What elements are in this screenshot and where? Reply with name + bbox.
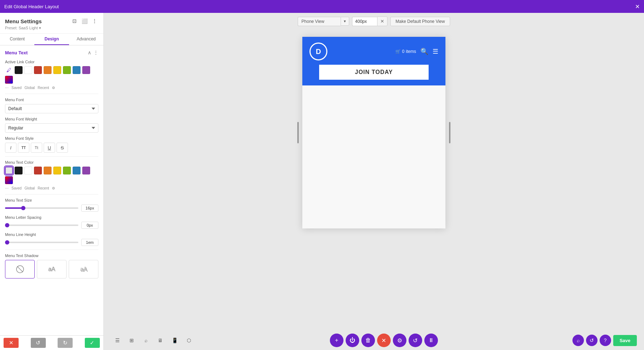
cbt-power-button[interactable]: ⏻ (346, 334, 359, 347)
menu-color-swatch-yellow[interactable] (53, 167, 61, 174)
menu-color-dots[interactable]: ··· (5, 186, 9, 191)
section-options-icon[interactable]: ⋮ (93, 50, 98, 55)
tab-advanced[interactable]: Advanced (69, 34, 103, 45)
panel-subtitle[interactable]: Preset: SaaS Light ▾ (5, 26, 98, 30)
menu-color-gear-icon[interactable]: ⚙ (52, 186, 55, 190)
cbt-tablet-btn[interactable]: 📱 (168, 335, 181, 346)
cbt-settings-button[interactable]: ⚙ (393, 334, 406, 347)
save-button[interactable]: Save (613, 335, 637, 346)
menu-letter-spacing-input[interactable]: 0px (81, 222, 98, 229)
view-select-label[interactable]: Phone View (298, 17, 341, 26)
menu-color-swatch-green[interactable] (63, 167, 71, 174)
menu-color-saved[interactable]: Saved (11, 186, 21, 190)
view-width-close-button[interactable]: ✕ (377, 16, 387, 26)
cbt-shape-btn[interactable]: ⬡ (182, 335, 195, 346)
view-bar: Phone View ▾ 400px ✕ Make Default Phone … (104, 13, 644, 30)
menu-color-swatch-orange[interactable] (44, 167, 52, 174)
color-recent[interactable]: Recent (38, 86, 49, 90)
panel-responsive-icon[interactable]: ⊡ (70, 17, 78, 25)
color-swatch-red[interactable] (34, 66, 42, 74)
cbt-list-btn[interactable]: ☰ (111, 335, 124, 346)
menu-color-swatch-purple[interactable] (82, 167, 90, 174)
cbt-search-right-button[interactable]: ⌕ (572, 335, 584, 346)
cbt-delete-button[interactable]: 🗑 (361, 334, 375, 347)
menu-text-size-input[interactable]: 16px (81, 204, 98, 212)
font-style-titlecase[interactable]: Tt (31, 143, 42, 153)
font-style-underline[interactable]: U (44, 143, 55, 153)
preview-join-button[interactable]: JOIN TODAY (319, 65, 429, 80)
make-default-button[interactable]: Make Default Phone View (390, 17, 450, 26)
shadow-hard[interactable]: aA (69, 260, 98, 278)
color-saved[interactable]: Saved (11, 86, 21, 90)
menu-line-height-track[interactable] (5, 242, 78, 243)
cart-label: items (406, 49, 416, 54)
menu-line-height-input[interactable]: 1em (81, 239, 98, 246)
menu-color-swatch-black[interactable] (15, 167, 23, 174)
menu-color-swatch-white[interactable] (24, 167, 32, 174)
cbt-desktop-btn[interactable]: 🖥 (154, 335, 167, 346)
cbt-refresh-button[interactable]: ↺ (586, 335, 597, 346)
color-eyedropper[interactable]: 🖊 (5, 66, 13, 74)
cancel-button[interactable]: ✕ (4, 338, 19, 348)
cbt-grid-btn[interactable]: ⊞ (125, 335, 138, 346)
section-header-icons: ∧ ⋮ (88, 50, 98, 55)
confirm-button[interactable]: ✓ (85, 338, 100, 348)
menu-text-size-track[interactable] (5, 207, 78, 209)
color-swatch-custom[interactable] (5, 76, 13, 84)
preview-menu-icon[interactable]: ☰ (433, 48, 438, 55)
preview-search-icon[interactable]: 🔍 (420, 48, 428, 55)
color-swatch-black[interactable] (15, 66, 23, 74)
color-gear-icon[interactable]: ⚙ (52, 86, 55, 90)
resize-handle-right[interactable] (449, 122, 450, 143)
menu-color-swatch-selected[interactable] (5, 167, 13, 174)
preview-nav: 🛒 0 items 🔍 ☰ (395, 48, 438, 55)
title-bar-close-button[interactable]: ✕ (635, 3, 640, 10)
color-swatch-blue[interactable] (73, 66, 80, 74)
color-swatch-purple[interactable] (82, 66, 90, 74)
menu-color-recent[interactable]: Recent (38, 186, 49, 190)
menu-line-height-thumb[interactable] (5, 240, 9, 245)
panel-menu-icon[interactable]: ⋮ (91, 17, 98, 25)
panel-header-icons: ⊡ ⬜ ⋮ (70, 17, 98, 25)
color-dots[interactable]: ··· (5, 85, 9, 90)
shadow-options-grid: aA aA (5, 260, 98, 278)
cbt-help-button[interactable]: ? (600, 335, 611, 346)
active-link-color-label: Active Link Color (5, 60, 98, 64)
color-global[interactable]: Global (24, 86, 35, 90)
cbt-search-btn[interactable]: ⌕ (140, 335, 152, 346)
menu-letter-spacing-track[interactable] (5, 225, 78, 226)
redo-button[interactable]: ↻ (58, 338, 73, 348)
font-style-italic[interactable]: I (5, 143, 16, 153)
color-swatch-orange[interactable] (44, 66, 52, 74)
undo-button[interactable]: ↺ (31, 338, 46, 348)
panel-expand-icon[interactable]: ⬜ (80, 17, 88, 25)
tab-design[interactable]: Design (34, 34, 69, 45)
menu-text-size-thumb[interactable] (21, 206, 25, 210)
color-swatch-yellow[interactable] (53, 66, 61, 74)
color-swatch-green[interactable] (63, 66, 71, 74)
canvas-bottom-toolbar: ☰ ⊞ ⌕ 🖥 📱 ⬡ + ⏻ 🗑 ✕ ⚙ ↺ ⏸ ⌕ ↺ ? Save (104, 331, 644, 350)
cbt-add-button[interactable]: + (330, 334, 343, 347)
section-collapse-icon[interactable]: ∧ (88, 50, 91, 55)
view-select-arrow[interactable]: ▾ (341, 17, 349, 26)
menu-color-swatch-custom2[interactable] (5, 176, 13, 184)
color-swatch-white[interactable] (24, 66, 32, 74)
font-style-strikethrough[interactable]: S (57, 143, 68, 153)
cbt-close-button[interactable]: ✕ (377, 334, 391, 347)
view-width-input[interactable]: 400px (352, 17, 377, 26)
menu-letter-spacing-thumb[interactable] (5, 223, 9, 227)
preview-cart: 🛒 0 items (395, 49, 416, 54)
font-style-allcaps[interactable]: TT (18, 143, 29, 153)
cbt-pause-button[interactable]: ⏸ (424, 334, 438, 347)
shadow-soft[interactable]: aA (37, 260, 67, 278)
menu-font-select[interactable]: Default (5, 104, 98, 113)
menu-line-height-slider-row: 1em (5, 239, 98, 246)
shadow-none[interactable] (5, 260, 35, 278)
menu-color-global[interactable]: Global (24, 186, 35, 190)
cbt-history-button[interactable]: ↺ (409, 334, 422, 347)
menu-font-weight-select[interactable]: Regular (5, 123, 98, 133)
menu-color-swatch-blue[interactable] (73, 167, 80, 174)
resize-handle-left[interactable] (297, 122, 299, 143)
tab-content[interactable]: Content (0, 34, 34, 45)
menu-color-swatch-red[interactable] (34, 167, 42, 174)
